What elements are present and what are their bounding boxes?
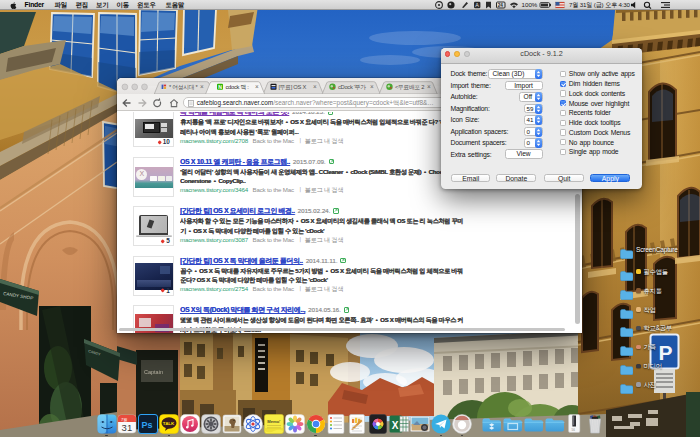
svg-text:24: 24	[498, 3, 504, 8]
svg-text:[무료] OS X: [무료] OS X	[279, 84, 307, 90]
svg-text:X: X	[392, 419, 399, 430]
svg-text:<무료배포 2: <무료배포 2	[395, 84, 424, 90]
svg-text:A: A	[475, 2, 479, 8]
svg-text:TALK: TALK	[163, 421, 175, 426]
svg-text:100%: 100%	[522, 2, 538, 9]
svg-text:* 여성시대 *: * 여성시대 *	[169, 84, 198, 91]
svg-text:cdock 맥 :: cdock 맥 :	[226, 84, 250, 90]
svg-text:N: N	[219, 84, 223, 90]
svg-text:56: 56	[572, 428, 576, 432]
svg-text:Ps: Ps	[142, 420, 153, 430]
svg-text:P: P	[659, 341, 673, 364]
svg-text:cDock '부가: cDock '부가	[338, 84, 366, 90]
svg-text:×: ×	[200, 83, 204, 90]
svg-text:×: ×	[313, 83, 317, 90]
svg-text:7월 31일 (금) 오후 4:30: 7월 31일 (금) 오후 4:30	[569, 2, 630, 9]
svg-text:×: ×	[255, 83, 259, 90]
svg-text:×: ×	[427, 83, 431, 90]
svg-text:Memo': Memo'	[267, 419, 280, 424]
svg-text:31: 31	[122, 422, 133, 433]
svg-text:×: ×	[370, 83, 374, 90]
